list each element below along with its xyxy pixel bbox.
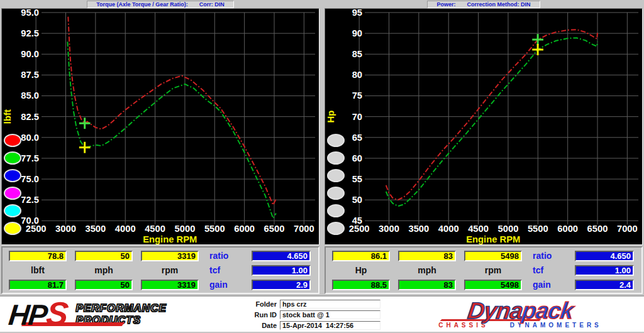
power-chart-header-box: Power: Correction Method: DIN: [427, 1, 540, 8]
svg-text:3000: 3000: [379, 224, 399, 234]
svg-text:70: 70: [352, 112, 362, 122]
ratio-value-right: 4.650: [575, 251, 634, 261]
run-color-button-3[interactable]: [4, 169, 21, 182]
dynapack-dyna-text: Dyna: [466, 298, 524, 324]
torque-chart-title: Torque (Axle Torque / Gear Ratio):: [96, 1, 188, 8]
svg-text:4500: 4500: [468, 224, 489, 234]
rpm-compare-value-left: 3319: [141, 280, 199, 290]
svg-text:5000: 5000: [498, 224, 519, 234]
hps-logo: HPS PERFORMANCE PRODUCTS: [0, 299, 247, 329]
rpm-compare-value-right: 5498: [464, 280, 522, 290]
svg-text:90: 90: [352, 28, 362, 38]
tcf-value-right: 1.00: [575, 265, 634, 276]
svg-text:6000: 6000: [234, 224, 255, 234]
power-unit-label: Hp: [332, 265, 390, 276]
run-color-button-6[interactable]: [4, 222, 21, 235]
folder-field[interactable]: [280, 300, 380, 308]
torque-run-buttons: [4, 9, 25, 244]
power-chart-correction: Correction Method: DIN: [467, 1, 531, 8]
svg-text:85: 85: [352, 49, 362, 59]
svg-text:75: 75: [352, 90, 362, 101]
svg-text:50: 50: [352, 195, 362, 205]
speed-unit-label-left: mph: [75, 265, 133, 276]
tcf-label-right: tcf: [530, 265, 567, 276]
torque-chart-plot[interactable]: 2500300035004000450050005500600065007000…: [1, 8, 319, 245]
svg-text:3000: 3000: [55, 224, 76, 234]
speed-compare-value-right: 83: [398, 280, 456, 290]
power-chart-title: Power:: [436, 1, 455, 8]
svg-text:3500: 3500: [408, 224, 429, 234]
power-compare-value: 88.5: [332, 280, 390, 290]
torque-chart-correction: Corr: DIN: [199, 1, 225, 8]
run-id-field[interactable]: [280, 310, 380, 319]
gain-label-right: gain: [530, 280, 567, 290]
rpm-unit-label-right: rpm: [464, 265, 522, 276]
run-color-button-4[interactable]: [327, 187, 345, 200]
tcf-label-left: tcf: [207, 265, 243, 276]
gain-label-left: gain: [207, 280, 243, 290]
run-color-button-3[interactable]: [327, 169, 345, 182]
ratio-label-right: ratio: [530, 251, 567, 261]
run-info-panel: Folder Run ID Date: [247, 298, 396, 330]
hps-performance-text: PERFORMANCE: [76, 303, 167, 314]
date-field[interactable]: [280, 321, 380, 330]
speed-cursor-value-left: 50: [75, 251, 133, 261]
svg-text:6500: 6500: [587, 224, 608, 234]
torque-compare-value: 81.7: [9, 280, 67, 290]
svg-text:5500: 5500: [204, 224, 225, 234]
tcf-value-left: 1.00: [252, 265, 311, 276]
power-run-buttons: [327, 9, 348, 244]
power-chart-plot[interactable]: 2500300035004000450050005500600065007000…: [325, 8, 643, 245]
torque-chart-panel: Torque (Axle Torque / Gear Ratio): Corr:…: [1, 0, 319, 245]
dynapack-pack-text: pack: [520, 298, 574, 324]
speed-compare-value-left: 50: [75, 280, 133, 290]
dyno-software-window: Torque (Axle Torque / Gear Ratio): Corr:…: [0, 0, 644, 333]
gain-value-left: 2.9: [252, 280, 311, 290]
ratio-label-left: ratio: [207, 251, 243, 261]
svg-text:95: 95: [352, 9, 362, 18]
rpm-cursor-value-left: 3319: [141, 251, 199, 261]
torque-chart-canvas[interactable]: 2500300035004000450050005500600065007000…: [2, 9, 319, 244]
run-id-label: Run ID: [247, 311, 277, 319]
footer-bar: HPS PERFORMANCE PRODUCTS Folder Run ID D…: [0, 295, 644, 332]
run-color-button-1[interactable]: [327, 134, 345, 147]
torque-chart-header: Torque (Axle Torque / Gear Ratio): Corr:…: [1, 0, 319, 8]
torque-unit-label: lbft: [9, 265, 67, 276]
power-chart-canvas[interactable]: 2500300035004000450050005500600065007000…: [325, 9, 642, 244]
dynapack-title: Dynapack: [466, 300, 574, 322]
hps-s-text: S: [45, 295, 69, 332]
run-color-button-2[interactable]: [327, 151, 345, 165]
svg-text:4000: 4000: [438, 224, 459, 234]
svg-text:7000: 7000: [294, 224, 314, 234]
svg-text:5000: 5000: [175, 224, 196, 234]
power-chart-panel: Power: Correction Method: DIN 2500300035…: [325, 0, 643, 245]
svg-text:65: 65: [352, 133, 362, 143]
svg-text:7000: 7000: [617, 224, 638, 234]
speed-unit-label-right: mph: [398, 265, 456, 276]
run-color-button-1[interactable]: [4, 134, 21, 147]
run-color-button-5[interactable]: [4, 204, 21, 217]
run-color-button-4[interactable]: [4, 187, 21, 200]
svg-text:3500: 3500: [85, 224, 106, 234]
svg-text:4500: 4500: [145, 224, 165, 234]
rpm-unit-label-left: rpm: [141, 265, 199, 276]
svg-text:80: 80: [352, 70, 362, 80]
run-color-button-2[interactable]: [4, 151, 21, 165]
run-color-button-5[interactable]: [327, 204, 345, 217]
torque-readout-panel: 78.8 50 3319 ratio 4.650 lbft mph rpm tc…: [1, 246, 319, 294]
dynapack-logo: Dynapack CHASSIS DYNAMOMETERS: [396, 300, 644, 329]
svg-text:4000: 4000: [115, 224, 136, 234]
power-readout-panel: 86.1 83 5498 ratio 4.650 Hp mph rpm tcf …: [325, 246, 643, 294]
hps-hp-text: HP: [7, 298, 48, 331]
svg-text:55: 55: [352, 174, 362, 184]
readouts-row: 78.8 50 3319 ratio 4.650 lbft mph rpm tc…: [0, 245, 644, 295]
gain-value-right: 2.4: [575, 280, 634, 290]
folder-label: Folder: [247, 300, 277, 308]
svg-text:Engine RPM: Engine RPM: [466, 234, 520, 244]
power-chart-header: Power: Correction Method: DIN: [325, 0, 643, 8]
torque-chart-header-box: Torque (Axle Torque / Gear Ratio): Corr:…: [87, 1, 234, 8]
speed-cursor-value-right: 83: [398, 251, 456, 261]
torque-cursor-value: 78.8: [9, 251, 67, 261]
run-color-button-6[interactable]: [327, 222, 345, 235]
hps-letters: HPS: [7, 299, 69, 329]
